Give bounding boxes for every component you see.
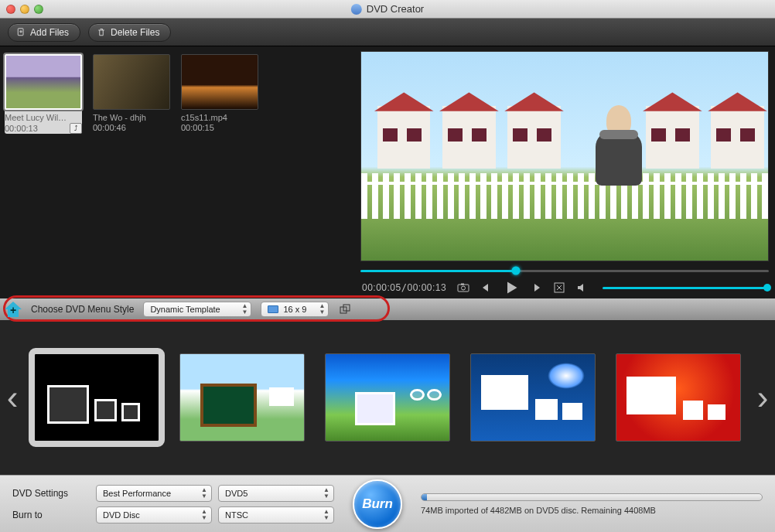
clip-list: Meet Lucy Wil… 00:00:13 ⤴ The Wo - dhjh … (0, 46, 354, 298)
add-files-button[interactable]: Add Files (8, 23, 80, 42)
bottom-bar: DVD Settings Best Performance▲▼ DVD5▲▼ B… (0, 475, 775, 532)
volume-icon[interactable] (576, 281, 589, 294)
carousel-prev[interactable]: ‹ (6, 378, 19, 417)
clip-thumbnail (181, 54, 258, 110)
clip-item[interactable]: Meet Lucy Wil… 00:00:13 ⤴ (5, 54, 82, 134)
add-file-icon (16, 28, 26, 37)
minimize-window[interactable] (20, 5, 29, 14)
template-item[interactable] (470, 353, 596, 442)
capacity-progress: 74MB imported of 4482MB on DVD5 disc. Re… (421, 493, 763, 515)
tv-icon (268, 305, 278, 313)
burn-to-label: Burn to (12, 510, 90, 520)
dvd-settings-label: DVD Settings (12, 488, 90, 499)
app-title-text: DVD Creator (367, 3, 424, 15)
zoom-window[interactable] (34, 5, 43, 14)
video-preview[interactable] (360, 51, 769, 261)
svg-point-2 (462, 286, 466, 290)
clip-item[interactable]: The Wo - dhjh 00:00:46 (93, 54, 170, 132)
carousel-next[interactable]: › (756, 378, 769, 417)
capacity-text: 74MB imported of 4482MB on DVD5 disc. Re… (421, 506, 763, 515)
snapshot-icon[interactable] (457, 281, 469, 294)
home-add-button[interactable]: + (5, 302, 22, 317)
play-icon[interactable] (504, 280, 519, 295)
menu-style-bar: + Choose DVD Menu Style Dynamic Template… (0, 298, 775, 320)
trash-icon (97, 28, 106, 37)
preview-panel: 00:00:05/00:00:13 (354, 46, 775, 298)
disc-type-select[interactable]: DVD5▲▼ (218, 485, 334, 502)
clip-name: Meet Lucy Wil… (5, 113, 82, 122)
add-files-label: Add Files (30, 27, 69, 38)
prev-frame-icon[interactable] (480, 281, 493, 294)
aspect-ratio-select[interactable]: 16 x 9 ▲▼ (261, 302, 329, 317)
delete-files-label: Delete Files (111, 27, 159, 38)
app-icon (351, 4, 362, 15)
window-controls (6, 5, 43, 14)
tv-standard-select[interactable]: NTSC▲▼ (218, 506, 334, 523)
burn-target-select[interactable]: DVD Disc▲▼ (96, 506, 212, 523)
svg-rect-1 (458, 285, 469, 292)
window-titlebar: DVD Creator (0, 0, 775, 19)
delete-files-button[interactable]: Delete Files (88, 23, 171, 42)
clip-name: c15s11.mp4 (181, 113, 258, 122)
clip-duration: 00:00:46 (93, 123, 126, 132)
window-title: DVD Creator (351, 3, 424, 15)
clip-thumbnail (93, 54, 170, 110)
svg-rect-3 (461, 284, 464, 285)
fullscreen-icon[interactable] (553, 281, 565, 294)
clip-duration: 00:00:13 (5, 124, 38, 133)
close-window[interactable] (6, 5, 15, 14)
template-carousel: ‹ › (0, 320, 775, 475)
volume-slider[interactable] (603, 287, 767, 289)
player-controls: 00:00:05/00:00:13 (360, 261, 769, 295)
clip-thumbnail (5, 54, 82, 110)
template-item[interactable] (179, 353, 305, 442)
seek-bar[interactable] (360, 264, 769, 277)
popout-icon[interactable] (338, 302, 352, 316)
export-clip-icon[interactable]: ⤴ (70, 123, 82, 134)
template-item[interactable] (34, 353, 159, 442)
clip-duration: 00:00:15 (181, 123, 214, 132)
quality-select[interactable]: Best Performance▲▼ (96, 485, 212, 502)
main-area: Meet Lucy Wil… 00:00:13 ⤴ The Wo - dhjh … (0, 46, 775, 298)
main-toolbar: Add Files Delete Files (0, 19, 775, 46)
template-item[interactable] (616, 353, 741, 442)
template-item[interactable] (325, 353, 450, 442)
menu-style-label: Choose DVD Menu Style (31, 304, 134, 315)
clip-name: The Wo - dhjh (93, 113, 170, 122)
playback-time: 00:00:05/00:00:13 (362, 282, 446, 293)
burn-button[interactable]: Burn (353, 479, 402, 529)
next-frame-icon[interactable] (530, 281, 542, 294)
clip-item[interactable]: c15s11.mp4 00:00:15 (181, 54, 258, 132)
template-type-select[interactable]: Dynamic Template ▲▼ (143, 302, 251, 317)
